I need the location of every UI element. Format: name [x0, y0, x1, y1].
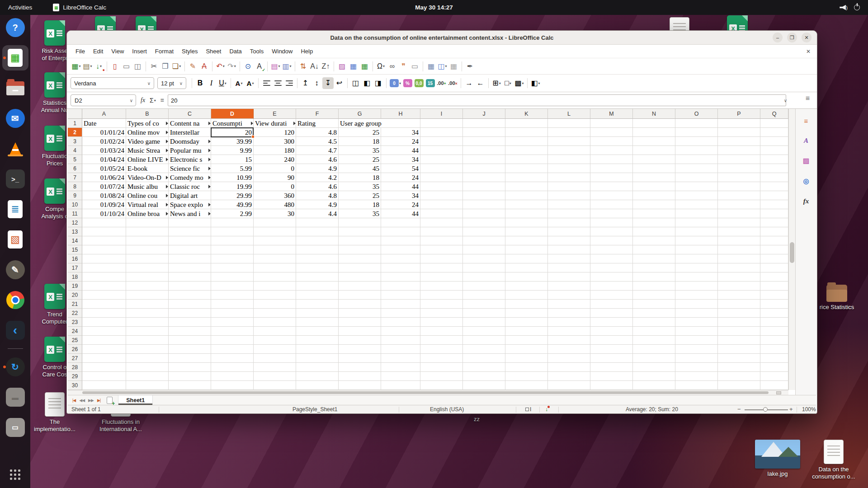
cell-F12[interactable]: [296, 218, 339, 227]
cell-H17[interactable]: [381, 263, 420, 272]
cell-F26[interactable]: [296, 345, 339, 354]
cell-F17[interactable]: [296, 263, 339, 272]
freeze-rows-and-columns-icon[interactable]: ▦: [425, 61, 437, 72]
format-as-number-icon[interactable]: 0,0: [413, 77, 425, 89]
close-document-icon[interactable]: ✕: [806, 48, 817, 55]
font-name-combo[interactable]: Verdana∨: [71, 77, 154, 89]
cell-K24[interactable]: [505, 327, 548, 336]
cell-J16[interactable]: [463, 254, 505, 263]
first-sheet-icon[interactable]: |◀: [71, 398, 77, 403]
add-sheet-icon[interactable]: [107, 397, 113, 404]
col-header-D[interactable]: D: [211, 109, 254, 119]
cell-B1[interactable]: Types of co: [126, 119, 169, 128]
cell-L22[interactable]: [548, 309, 590, 318]
cell-F5[interactable]: 4.6: [296, 155, 339, 164]
menu-insert[interactable]: Insert: [128, 46, 151, 57]
zoom-level[interactable]: 100%: [802, 405, 816, 413]
insert-special-character-icon[interactable]: Ω▾: [375, 61, 387, 72]
cell-D23[interactable]: [211, 318, 254, 327]
cell-Q19[interactable]: [760, 282, 788, 291]
row-header-18[interactable]: 18: [68, 272, 82, 282]
row-header-24[interactable]: 24: [68, 327, 82, 336]
cell-J5[interactable]: [463, 155, 505, 164]
cell-O22[interactable]: [675, 309, 718, 318]
cell-G9[interactable]: 25: [339, 191, 381, 200]
cell-E16[interactable]: [254, 254, 296, 263]
cell-G7[interactable]: 18: [339, 173, 381, 182]
cell-J20[interactable]: [463, 291, 505, 300]
menu-data[interactable]: Data: [225, 46, 245, 57]
cell-E4[interactable]: 180: [254, 146, 296, 155]
cell-N1[interactable]: [633, 119, 675, 128]
cell-M25[interactable]: [590, 336, 633, 345]
cell-A21[interactable]: [82, 300, 126, 309]
cell-N3[interactable]: [633, 137, 675, 146]
cell-C4[interactable]: Popular mu: [169, 146, 211, 155]
cell-J1[interactable]: [463, 119, 505, 128]
cell-E2[interactable]: 120: [254, 128, 296, 137]
cell-M27[interactable]: [590, 354, 633, 363]
cell-I21[interactable]: [420, 300, 463, 309]
name-box[interactable]: D2 ∨: [71, 94, 136, 106]
cell-I2[interactable]: [420, 128, 463, 137]
activities-button[interactable]: Activities: [0, 4, 32, 11]
cell-B2[interactable]: Online mov: [126, 128, 169, 137]
language-indicator[interactable]: English (USA): [430, 405, 464, 413]
cell-J3[interactable]: [463, 137, 505, 146]
cell-Q23[interactable]: [760, 318, 788, 327]
cell-L15[interactable]: [548, 245, 590, 254]
cell-P4[interactable]: [718, 146, 760, 155]
cell-F18[interactable]: [296, 272, 339, 282]
cell-M22[interactable]: [590, 309, 633, 318]
cell-P14[interactable]: [718, 236, 760, 245]
cell-B20[interactable]: [126, 291, 169, 300]
cell-D17[interactable]: [211, 263, 254, 272]
cell-G22[interactable]: [339, 309, 381, 318]
export-as-pdf-icon[interactable]: ▯: [109, 61, 121, 72]
cell-C11[interactable]: News and i: [169, 209, 211, 218]
cell-F19[interactable]: [296, 282, 339, 291]
cell-Q1[interactable]: [760, 119, 788, 128]
menu-view[interactable]: View: [107, 46, 128, 57]
align-bottom-icon[interactable]: ↧: [322, 77, 334, 89]
conditional-formatting-icon[interactable]: ◧▾: [530, 77, 541, 89]
document-modified-icon[interactable]: ↓: [545, 405, 548, 413]
cell-Q10[interactable]: [760, 200, 788, 209]
cell-B28[interactable]: [126, 363, 169, 372]
cell-A15[interactable]: [82, 245, 126, 254]
cell-J30[interactable]: [463, 381, 505, 390]
cell-M19[interactable]: [590, 282, 633, 291]
cell-F11[interactable]: 4.4: [296, 209, 339, 218]
selection-statistics[interactable]: Average: 20; Sum: 20: [626, 405, 678, 413]
cell-L21[interactable]: [548, 300, 590, 309]
cell-N11[interactable]: [633, 209, 675, 218]
cell-P19[interactable]: [718, 282, 760, 291]
cell-C27[interactable]: [169, 354, 211, 363]
cell-A16[interactable]: [82, 254, 126, 263]
cell-A11[interactable]: 01/10/24: [82, 209, 126, 218]
cell-N19[interactable]: [633, 282, 675, 291]
unmerge-cells-icon[interactable]: ◨: [373, 77, 384, 89]
cell-F10[interactable]: 4.9: [296, 200, 339, 209]
cell-Q28[interactable]: [760, 363, 788, 372]
col-header-I[interactable]: I: [420, 109, 463, 119]
cell-D5[interactable]: 15: [211, 155, 254, 164]
gallery-deck-icon[interactable]: ▨: [803, 157, 809, 165]
cell-H19[interactable]: [381, 282, 420, 291]
cell-A29[interactable]: [82, 372, 126, 381]
cell-P7[interactable]: [718, 173, 760, 182]
decrease-indent-icon[interactable]: ←: [475, 77, 486, 89]
cell-H26[interactable]: [381, 345, 420, 354]
cell-P17[interactable]: [718, 263, 760, 272]
cell-L16[interactable]: [548, 254, 590, 263]
row-header-30[interactable]: 30: [68, 381, 82, 390]
cell-I13[interactable]: [420, 227, 463, 236]
cell-Q30[interactable]: [760, 381, 788, 390]
split-window-icon[interactable]: ◫▾: [437, 61, 448, 72]
cell-G19[interactable]: [339, 282, 381, 291]
cell-M10[interactable]: [590, 200, 633, 209]
cell-P8[interactable]: [718, 182, 760, 191]
cell-O30[interactable]: [675, 381, 718, 390]
cell-C14[interactable]: [169, 236, 211, 245]
cell-N9[interactable]: [633, 191, 675, 200]
